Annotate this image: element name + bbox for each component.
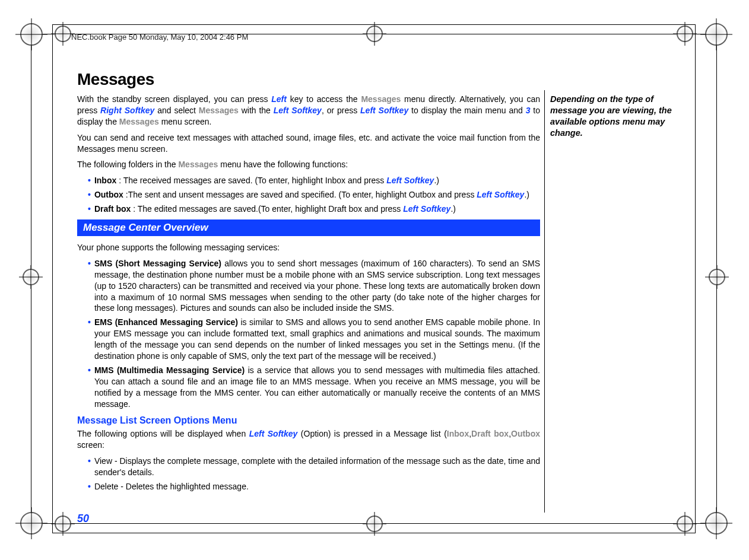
text: , or press [322, 106, 360, 115]
registration-mark-icon [709, 269, 725, 285]
ui-inbox: Inbox [447, 429, 469, 438]
page-number: 50 [77, 513, 89, 525]
folder-inbox: Inbox [94, 176, 116, 185]
main-content: Messages With the standby screen display… [77, 70, 540, 495]
bullet-icon: • [88, 456, 91, 478]
section-heading-bar: Message Center Overview [77, 219, 540, 236]
bullet-icon: • [88, 481, 91, 492]
list-item: • Inbox : The received messages are save… [88, 175, 540, 186]
text: menu have the following functions: [218, 160, 348, 169]
ui-messages: Messages [119, 117, 159, 126]
key-left-softkey: Left Softkey [386, 176, 434, 185]
list-text: EMS (Enhanced Messaging Service) is simi… [94, 317, 540, 362]
key-left-softkey: Left Softkey [403, 204, 450, 214]
key-left-softkey: Left Softkey [477, 190, 524, 199]
bullet-icon: • [88, 189, 91, 201]
page-title: Messages [77, 70, 540, 89]
text: With the standby screen displayed, you c… [77, 94, 271, 104]
list-text: SMS (Short Messaging Service) allows you… [94, 258, 540, 314]
ui-messages: Messages [199, 106, 239, 115]
print-header: NEC.book Page 50 Monday, May 10, 2004 2:… [71, 33, 248, 42]
body-paragraph: The following folders in the Messages me… [77, 159, 540, 170]
list-item: • SMS (Short Messaging Service) allows y… [88, 258, 540, 314]
bullet-icon: • [88, 203, 91, 215]
text: screen: [77, 440, 104, 450]
side-note: Depending on the type of message you are… [550, 94, 681, 138]
list-item: • EMS (Enhanced Messaging Service) is si… [88, 317, 540, 362]
list-text: Inbox : The received messages are saved.… [94, 175, 540, 186]
list-text: Outbox :The sent and unsent messages are… [94, 189, 540, 201]
bullet-icon: • [88, 317, 91, 362]
text: .) [434, 176, 439, 185]
key-left-softkey: Left Softkey [274, 106, 322, 115]
bullet-icon: • [88, 175, 91, 186]
key-left-softkey: Left Softkey [249, 429, 298, 438]
print-mark-rail [31, 36, 31, 522]
folder-outbox: Outbox [94, 190, 123, 199]
ui-messages: Messages [361, 94, 401, 104]
list-item: • MMS (Multimedia Messaging Service) is … [88, 365, 540, 410]
key-right-softkey: Right Softkey [100, 106, 154, 115]
body-paragraph: You can send and receive text messages w… [77, 132, 540, 155]
list-item: • View - Displays the complete message, … [88, 456, 540, 478]
text: The following options will be displayed … [77, 429, 249, 438]
text: (Option) is pressed in a Message list ( [297, 429, 447, 438]
key-left-softkey: Left Softkey [360, 106, 408, 115]
text: The following folders in the [77, 160, 178, 169]
list-text: Delete - Deletes the highlighted message… [94, 481, 540, 492]
text: and select [154, 106, 199, 115]
text: : The received messages are saved. (To e… [116, 176, 386, 185]
intro-paragraph: With the standby screen displayed, you c… [77, 94, 540, 128]
text: with the [239, 106, 274, 115]
ui-messages: Messages [178, 160, 218, 169]
list-item: • Draft box : The edited messages are sa… [88, 203, 540, 215]
text: .) [450, 204, 456, 214]
registration-mark-icon [20, 23, 43, 46]
key-left: Left [271, 94, 287, 104]
text: :The sent and unsent messages are saved … [123, 190, 477, 199]
list-text: Draft box : The edited messages are save… [94, 203, 540, 215]
body-paragraph: Your phone supports the following messag… [77, 242, 540, 253]
text: key to access the [287, 94, 361, 104]
list-text: View - Displays the complete message, co… [94, 456, 540, 478]
sub-heading: Message List Screen Options Menu [77, 415, 540, 426]
print-mark-rail [716, 36, 717, 522]
list-text: MMS (Multimedia Messaging Service) is a … [94, 365, 540, 410]
folder-draft: Draft box [94, 204, 131, 214]
bullet-icon: • [88, 258, 91, 314]
body-paragraph: The following options will be displayed … [77, 428, 540, 451]
column-divider [544, 90, 545, 513]
ui-draft-box: Draft box [471, 429, 509, 438]
service-mms: MMS (Multimedia Messaging Service) [94, 365, 245, 375]
list-item: • Delete - Deletes the highlighted messa… [88, 481, 540, 492]
text: : The edited messages are saved.(To ente… [131, 204, 403, 214]
service-sms: SMS (Short Messaging Service) [94, 259, 221, 268]
text: menu screen. [159, 117, 212, 126]
list-item: • Outbox :The sent and unsent messages a… [88, 189, 540, 201]
text: .) [524, 190, 529, 199]
ui-outbox: Outbox [511, 429, 540, 438]
bullet-icon: • [88, 365, 91, 410]
text: to display the main menu and [408, 106, 526, 115]
service-ems: EMS (Enhanced Messaging Service) [94, 317, 238, 327]
